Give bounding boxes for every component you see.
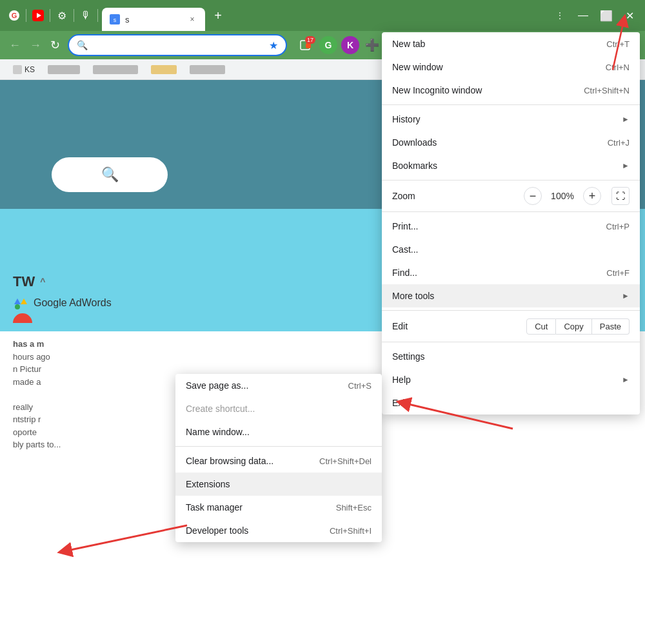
menu-item-bookmarks[interactable]: Bookmarks ► xyxy=(382,154,640,177)
pinned-tab-settings[interactable]: ⚙ xyxy=(53,6,71,24)
more-tools-divider-1 xyxy=(175,446,382,447)
menu-item-cast[interactable]: Cast... xyxy=(382,238,640,261)
adwords-icon xyxy=(13,295,28,311)
bookmark-2[interactable] xyxy=(43,64,85,75)
menu-item-help[interactable]: Help ► xyxy=(382,368,640,391)
menu-divider-1 xyxy=(382,104,640,105)
menu-item-history[interactable]: History ► xyxy=(382,108,640,131)
more-tools-extensions[interactable]: Extensions xyxy=(175,473,382,496)
help-arrow-icon: ► xyxy=(622,375,630,384)
bookmark-star-icon[interactable]: ★ xyxy=(269,39,278,52)
tw-section: TW ^ Google AdWords xyxy=(13,273,112,323)
menu-divider-2 xyxy=(382,180,640,181)
forward-button[interactable]: → xyxy=(26,36,45,55)
paste-button[interactable]: Paste xyxy=(592,318,630,335)
bookmark-ks[interactable]: KS xyxy=(8,64,40,75)
more-tools-save-page[interactable]: Save page as... Ctrl+S xyxy=(175,374,382,397)
menu-item-downloads[interactable]: Downloads Ctrl+J xyxy=(382,131,640,154)
maximize-button[interactable]: ⬜ xyxy=(596,5,617,26)
bookmark-3[interactable] xyxy=(88,64,143,75)
adwords-label: Google AdWords xyxy=(34,297,112,309)
tab-favicon: s xyxy=(110,14,120,24)
menu-item-exit[interactable]: Exit xyxy=(382,391,640,415)
edit-buttons: Cut Copy Paste xyxy=(526,318,630,335)
tab-separator-1 xyxy=(26,9,26,22)
bookmark-favicon-ks xyxy=(13,65,22,74)
extensions-puzzle-icon[interactable]: ➕ xyxy=(362,35,382,55)
chrome-main-menu: New tab Ctrl+T New window Ctrl+N New Inc… xyxy=(382,32,640,415)
bookmark-4[interactable] xyxy=(146,64,182,75)
more-tools-task-manager[interactable]: Task manager Shift+Esc xyxy=(175,496,382,519)
search-icon: 🔍 xyxy=(77,40,88,50)
more-tools-create-shortcut[interactable]: Create shortcut... xyxy=(175,397,382,420)
svg-text:G: G xyxy=(12,12,17,19)
grammarly-extension-icon[interactable]: G xyxy=(318,35,339,55)
pinned-tab-google[interactable]: G xyxy=(5,6,23,24)
pinned-tabs: G ⚙ 🎙 xyxy=(5,6,99,24)
tab-bar: G ⚙ 🎙 xyxy=(0,0,645,31)
menu-divider-3 xyxy=(382,211,640,212)
tab-close-button[interactable]: × xyxy=(187,14,197,24)
close-button[interactable]: ✕ xyxy=(619,5,640,26)
tab-separator-3 xyxy=(74,9,74,22)
fullscreen-icon: ⛶ xyxy=(616,191,625,201)
menu-divider-5 xyxy=(382,342,640,342)
tab-title: s xyxy=(125,15,182,24)
menu-item-new-window[interactable]: New window Ctrl+N xyxy=(382,55,640,79)
adwords-row: Google AdWords xyxy=(13,295,112,311)
new-tab-button[interactable]: + xyxy=(208,5,228,26)
reload-button[interactable]: ↻ xyxy=(46,35,64,55)
more-tools-submenu: Save page as... Ctrl+S Create shortcut..… xyxy=(175,374,382,542)
more-tools-name-window[interactable]: Name window... xyxy=(175,420,382,444)
profile-button[interactable]: ⋮ xyxy=(550,5,570,26)
page-search-box[interactable]: 🔍 xyxy=(52,157,168,192)
bookmarks-arrow-icon: ► xyxy=(622,161,630,170)
more-tools-developer-tools[interactable]: Developer tools Ctrl+Shift+I xyxy=(175,519,382,542)
menu-item-more-tools[interactable]: More tools ► xyxy=(382,284,640,307)
k-extension-icon[interactable]: K xyxy=(340,35,361,55)
browser-frame: G ⚙ 🎙 xyxy=(0,0,645,644)
notification-badge: 17 xyxy=(305,36,315,44)
extension-notification-icon[interactable]: 17 xyxy=(296,35,317,55)
more-tools-arrow-icon: ► xyxy=(622,291,630,300)
menu-item-print[interactable]: Print... Ctrl+P xyxy=(382,215,640,238)
address-bar[interactable]: 🔍 ★ xyxy=(68,34,287,56)
active-tab[interactable]: s s × xyxy=(102,8,205,31)
url-input[interactable] xyxy=(93,40,264,50)
menu-item-incognito[interactable]: New Incognito window Ctrl+Shift+N xyxy=(382,79,640,102)
back-button[interactable]: ← xyxy=(5,36,25,55)
pinned-tab-mic[interactable]: 🎙 xyxy=(77,6,95,24)
menu-divider-4 xyxy=(382,310,640,311)
page-search-icon: 🔍 xyxy=(101,166,119,183)
pinned-tab-youtube[interactable] xyxy=(29,6,47,24)
svg-rect-7 xyxy=(306,43,311,48)
cut-button[interactable]: Cut xyxy=(526,318,556,335)
minimize-button[interactable]: — xyxy=(573,5,593,26)
tab-separator-4 xyxy=(97,9,98,22)
bookmark-label-ks: KS xyxy=(25,65,35,74)
window-controls: ⋮ — ⬜ ✕ xyxy=(550,5,640,26)
svg-text:s: s xyxy=(114,17,117,23)
zoom-in-button[interactable]: + xyxy=(583,187,601,205)
zoom-row: Zoom − 100% + ⛶ xyxy=(382,183,640,209)
bookmark-5[interactable] xyxy=(184,64,230,75)
menu-item-new-tab[interactable]: New tab Ctrl+T xyxy=(382,32,640,55)
edit-row: Edit Cut Copy Paste xyxy=(382,313,640,339)
fullscreen-button[interactable]: ⛶ xyxy=(611,187,630,205)
zoom-out-button[interactable]: − xyxy=(524,187,542,205)
menu-item-settings[interactable]: Settings xyxy=(382,345,640,368)
tw-title: TW ^ xyxy=(13,273,112,290)
svg-point-10 xyxy=(15,304,20,309)
tab-separator-2 xyxy=(50,9,50,22)
menu-item-find[interactable]: Find... Ctrl+F xyxy=(382,261,640,284)
zoom-value: 100% xyxy=(550,191,575,201)
history-arrow-icon: ► xyxy=(622,115,630,124)
copy-button[interactable]: Copy xyxy=(556,318,591,335)
more-tools-clear-browsing[interactable]: Clear browsing data... Ctrl+Shift+Del xyxy=(175,449,382,473)
zoom-controls: − 100% + ⛶ xyxy=(524,187,630,205)
